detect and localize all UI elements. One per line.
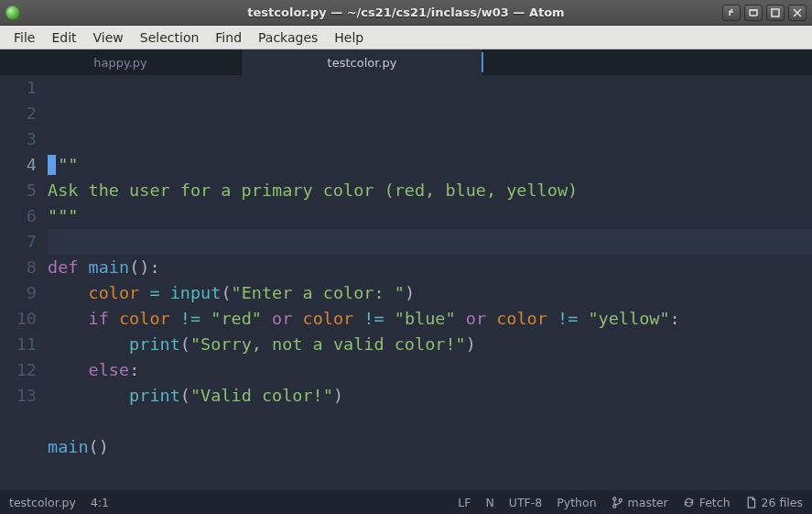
sync-icon xyxy=(683,497,695,509)
menu-edit[interactable]: Edit xyxy=(43,27,84,48)
git-branch-icon xyxy=(612,497,623,509)
atom-app-icon xyxy=(5,5,20,20)
svg-point-3 xyxy=(619,498,622,501)
status-git-fetch-label: Fetch xyxy=(699,496,731,509)
line-number: 4 xyxy=(0,152,37,178)
line-number: 8 xyxy=(0,255,37,280)
line-number: 2 xyxy=(0,101,37,126)
menu-help[interactable]: Help xyxy=(326,27,372,48)
status-files-count-label: 26 files xyxy=(762,496,803,509)
code-line[interactable]: if color != "red" or color != "blue" or … xyxy=(48,306,812,332)
code-line[interactable]: """ xyxy=(48,203,812,229)
line-number: 10 xyxy=(0,306,37,332)
line-number: 9 xyxy=(0,280,37,306)
tab-happy-py[interactable]: happy.py xyxy=(0,49,242,75)
code-area[interactable]: """Ask the user for a primary color (red… xyxy=(48,75,812,490)
code-line[interactable] xyxy=(48,409,812,434)
status-line-ending[interactable]: LF xyxy=(458,496,471,509)
code-line[interactable]: print("Sorry, not a valid color!") xyxy=(48,332,812,357)
status-git-fetch[interactable]: Fetch xyxy=(683,496,731,509)
code-line[interactable]: print("Valid color!") xyxy=(48,383,812,409)
line-number: 7 xyxy=(0,229,37,255)
line-number: 11 xyxy=(0,332,37,357)
line-number-gutter: 12345678910111213 xyxy=(0,75,48,490)
code-line[interactable]: """ xyxy=(48,152,812,178)
window-close-button[interactable] xyxy=(788,5,807,21)
tab-testcolor-py[interactable]: testcolor.py xyxy=(242,49,483,75)
line-number: 6 xyxy=(0,203,37,229)
window-title: testcolor.py — ~/cs21/cs21/inclass/w03 —… xyxy=(0,5,812,19)
code-line[interactable]: color = input("Enter a color: ") xyxy=(48,280,812,306)
status-filename[interactable]: testcolor.py xyxy=(9,496,76,509)
menu-find[interactable]: Find xyxy=(207,27,250,48)
line-number: 1 xyxy=(0,75,37,101)
line-number: 5 xyxy=(0,178,37,203)
code-line[interactable]: else: xyxy=(48,357,812,383)
status-bar: testcolor.py 4:1 LF N UTF-8 Python maste… xyxy=(0,490,812,514)
svg-rect-0 xyxy=(772,9,779,16)
code-line[interactable]: main() xyxy=(48,434,812,460)
menubar: FileEditViewSelectionFindPackagesHelp xyxy=(0,26,812,49)
menu-selection[interactable]: Selection xyxy=(132,27,208,48)
code-line[interactable]: Ask the user for a primary color (red, b… xyxy=(48,178,812,203)
tab-bar: happy.pytestcolor.py xyxy=(0,49,812,75)
file-icon xyxy=(745,497,757,509)
code-line[interactable] xyxy=(48,229,812,255)
status-encoding[interactable]: UTF-8 xyxy=(509,496,542,509)
svg-point-2 xyxy=(612,504,615,507)
code-line[interactable] xyxy=(48,460,812,486)
window-maximize-button[interactable] xyxy=(766,5,785,21)
menu-packages[interactable]: Packages xyxy=(250,27,326,48)
line-number: 3 xyxy=(0,126,37,152)
line-number: 13 xyxy=(0,383,37,409)
status-grammar[interactable]: Python xyxy=(557,496,596,509)
status-files-count[interactable]: 26 files xyxy=(745,496,803,509)
menu-file[interactable]: File xyxy=(5,27,43,48)
status-git-branch[interactable]: master xyxy=(612,496,668,509)
svg-point-1 xyxy=(612,497,615,499)
code-line[interactable]: def main(): xyxy=(48,255,812,280)
status-git-branch-label: master xyxy=(628,496,668,509)
window-controls xyxy=(722,5,807,21)
line-number: 12 xyxy=(0,357,37,383)
menu-view[interactable]: View xyxy=(85,27,132,48)
status-vim-mode[interactable]: N xyxy=(485,496,493,509)
window-minimize-button[interactable] xyxy=(722,5,741,21)
editor-pane[interactable]: 12345678910111213 """Ask the user for a … xyxy=(0,75,812,490)
window-restore-button[interactable] xyxy=(744,5,763,21)
text-cursor xyxy=(48,155,56,175)
window-titlebar: testcolor.py — ~/cs21/cs21/inclass/w03 —… xyxy=(0,0,812,26)
status-cursor-position[interactable]: 4:1 xyxy=(91,496,109,509)
